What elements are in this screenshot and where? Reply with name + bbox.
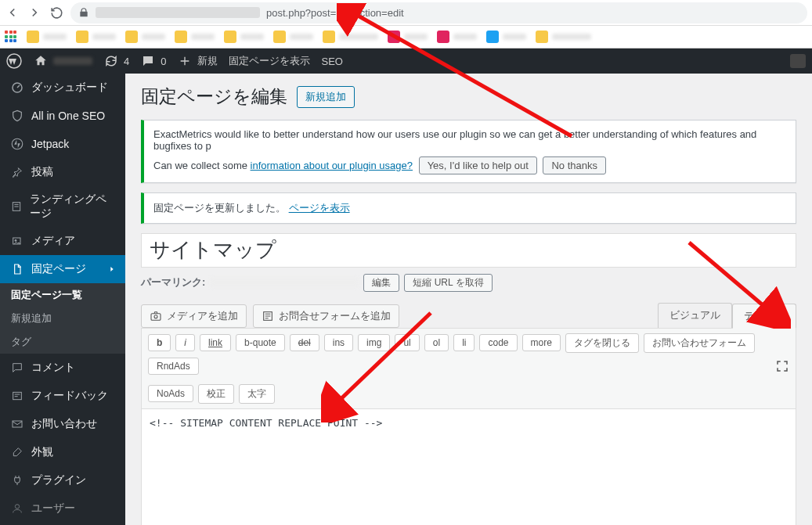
view-page-link[interactable]: 固定ページを表示 (229, 54, 310, 68)
fullscreen-icon[interactable] (775, 359, 789, 373)
view-page-label: 固定ページを表示 (229, 54, 310, 68)
page-title: 固定ページを編集 (141, 85, 287, 109)
post-title-input[interactable] (141, 233, 796, 268)
sidebar-item-aioseo[interactable]: All in One SEO (0, 102, 125, 130)
sidebar-item-label: プラグイン (31, 473, 86, 487)
svg-point-10 (154, 315, 157, 318)
help-out-button[interactable]: Yes, I'd like to help out (419, 156, 537, 174)
bookmark-item[interactable] (536, 31, 591, 43)
sidebar-item-label: 投稿 (31, 165, 53, 179)
tool-closetags[interactable]: タグを閉じる (565, 333, 639, 353)
svg-point-2 (12, 138, 23, 149)
sidebar-item-comments[interactable]: コメント (0, 354, 125, 382)
tool-ol[interactable]: ol (424, 334, 449, 351)
plug-icon (9, 473, 25, 488)
new-label: 新規 (197, 54, 218, 68)
sidebar-item-users[interactable]: ユーザー (0, 494, 125, 523)
tool-bquote[interactable]: b-quote (236, 334, 285, 351)
reload-button[interactable] (49, 5, 64, 20)
svg-rect-7 (13, 421, 22, 427)
bookmark-item[interactable] (224, 31, 264, 43)
dashboard-icon (9, 80, 25, 95)
editor-textarea[interactable]: <!-- SITEMAP CONTENT REPLACE POINT --> (141, 408, 796, 525)
submenu-pages-add[interactable]: 新規追加 (0, 307, 125, 330)
add-contact-form-button[interactable]: お問合せフォームを追加 (253, 304, 399, 328)
bookmark-item[interactable] (388, 31, 428, 43)
tool-li[interactable]: li (453, 334, 475, 351)
camera-icon (150, 310, 162, 322)
site-name-redacted (53, 57, 92, 65)
tab-visual[interactable]: ビジュアル (658, 303, 732, 328)
seo-label: SEO (321, 56, 342, 67)
tool-link[interactable]: link (200, 334, 231, 351)
sidebar-item-contact[interactable]: お問い合わせ (0, 410, 125, 438)
submenu-pages-tags[interactable]: タグ (0, 330, 125, 354)
home-icon[interactable] (33, 53, 92, 69)
tool-proofread[interactable]: 校正 (198, 384, 234, 404)
bookmark-item[interactable] (175, 31, 215, 43)
permalink-label: パーマリンク: (141, 275, 205, 289)
pages-icon (9, 261, 25, 277)
sidebar-item-plugins[interactable]: プラグイン (0, 466, 125, 494)
bookmark-item[interactable] (273, 31, 313, 43)
tool-code[interactable]: code (479, 334, 517, 351)
bookmark-item[interactable] (486, 31, 526, 43)
svg-point-8 (15, 505, 19, 509)
view-page-link[interactable]: ページを表示 (289, 202, 350, 214)
wp-logo-icon[interactable] (6, 53, 22, 69)
tool-ins[interactable]: ins (324, 334, 353, 351)
sidebar-item-landing[interactable]: ランディングページ (0, 186, 125, 227)
bookmark-item[interactable] (27, 31, 67, 43)
submenu-pages-list[interactable]: 固定ページ一覧 (0, 283, 125, 307)
sidebar-item-dashboard[interactable]: ダッシュボード (0, 74, 125, 102)
pin-icon (9, 164, 25, 180)
notification-icon[interactable] (790, 54, 806, 68)
sidebar-item-appearance[interactable]: 外観 (0, 438, 125, 466)
sidebar-item-jetpack[interactable]: Jetpack (0, 130, 125, 158)
permalink-edit-button[interactable]: 編集 (363, 274, 399, 292)
add-media-button[interactable]: メディアを追加 (141, 304, 247, 328)
form-icon (262, 310, 274, 322)
bookmark-item[interactable] (76, 31, 116, 43)
tool-b[interactable]: b (148, 334, 171, 351)
sidebar-item-label: 固定ページ (31, 262, 86, 276)
mail-icon (9, 416, 25, 432)
add-media-label: メディアを追加 (167, 309, 238, 323)
notice-link[interactable]: information about our plugin usage? (251, 160, 413, 171)
lock-icon (78, 7, 89, 18)
tool-more[interactable]: more (522, 334, 561, 351)
tool-del[interactable]: del (290, 334, 319, 351)
forward-button[interactable] (27, 5, 42, 20)
comments-link[interactable]: 0 (140, 53, 166, 69)
new-content-link[interactable]: 新規 (177, 53, 218, 69)
apps-icon[interactable] (5, 31, 17, 43)
no-thanks-button[interactable]: No thanks (543, 156, 606, 174)
svg-point-5 (15, 239, 16, 241)
url-bar[interactable]: post.php?post=17&action=edit (70, 2, 807, 23)
seo-link[interactable]: SEO (321, 56, 342, 67)
tool-noads[interactable]: NoAds (148, 385, 193, 402)
sidebar-item-posts[interactable]: 投稿 (0, 158, 125, 186)
sidebar-item-pages[interactable]: 固定ページ (0, 255, 125, 283)
short-url-button[interactable]: 短縮 URL を取得 (404, 274, 492, 292)
tool-ul[interactable]: ul (395, 334, 419, 351)
tool-rndads[interactable]: RndAds (148, 358, 199, 375)
add-new-button[interactable]: 新規追加 (297, 86, 355, 108)
bookmark-item[interactable] (323, 31, 378, 43)
tool-contactform[interactable]: お問い合わせフォーム (644, 333, 755, 353)
feedback-icon (9, 388, 25, 404)
tab-text[interactable]: テキスト (732, 304, 796, 329)
sidebar-item-media[interactable]: メディア (0, 227, 125, 255)
bookmark-item[interactable] (437, 31, 477, 43)
back-button[interactable] (5, 5, 20, 20)
bookmark-item[interactable] (125, 31, 165, 43)
browser-nav: post.php?post=17&action=edit (0, 0, 812, 26)
chevron-right-icon (108, 265, 116, 273)
tool-bold2[interactable]: 太字 (239, 384, 275, 404)
updates-link[interactable]: 4 (103, 53, 129, 69)
tool-img[interactable]: img (358, 334, 390, 351)
tool-i[interactable]: i (175, 334, 195, 351)
sidebar-item-feedback[interactable]: フィードバック (0, 382, 125, 410)
users-icon (9, 501, 25, 516)
main-content: 固定ページを編集 新規追加 ExactMetrics would like to… (125, 74, 812, 525)
